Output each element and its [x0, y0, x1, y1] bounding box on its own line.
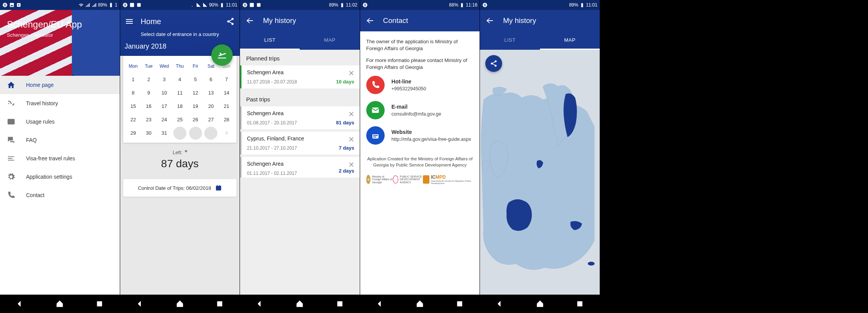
day[interactable]: 6: [203, 73, 219, 86]
day[interactable]: 21: [219, 99, 235, 113]
screen-title: My history: [263, 16, 296, 25]
control-date[interactable]: Control Date of Trips: 06/02/2018: [123, 179, 237, 197]
clock-text: 11:16: [466, 2, 477, 8]
calendar[interactable]: Mon Tue Wed Thu Fri Sat Sun 1 2 3 4 5 6 …: [123, 56, 237, 143]
day[interactable]: 5: [188, 73, 203, 86]
contact-email[interactable]: E-mail consulinfo@mfa.gov.ge: [366, 101, 474, 119]
day[interactable]: 28: [219, 113, 235, 126]
app-title: Schengen/EU App: [7, 19, 113, 30]
day[interactable]: 2: [141, 73, 157, 86]
trip-card[interactable]: Schengen Area 11.07.2018 - 20.07.2018 10…: [240, 65, 360, 88]
back-arrow-icon[interactable]: [485, 16, 494, 25]
nav-back[interactable]: [375, 298, 385, 309]
day[interactable]: 15: [126, 99, 141, 113]
day[interactable]: 4: [219, 126, 235, 140]
nav-home[interactable]: [175, 298, 185, 309]
europe-map[interactable]: [480, 50, 600, 295]
svg-text:S: S: [244, 3, 246, 7]
day[interactable]: [203, 126, 219, 140]
svg-point-40: [588, 262, 595, 266]
menu-usage-rules[interactable]: Usage rules: [0, 112, 120, 131]
skype-icon: S: [482, 2, 488, 8]
day[interactable]: 4: [172, 73, 188, 86]
nav-home[interactable]: [414, 298, 425, 309]
day[interactable]: 13: [203, 86, 219, 99]
close-icon[interactable]: [348, 69, 355, 77]
email-icon: [366, 101, 385, 119]
menu-icon[interactable]: [125, 17, 134, 26]
svg-rect-19: [219, 185, 220, 186]
svg-rect-20: [217, 302, 222, 306]
tab-list[interactable]: LIST: [480, 31, 540, 50]
close-icon[interactable]: [348, 161, 355, 168]
add-trip-fab[interactable]: [211, 44, 233, 66]
day[interactable]: 26: [188, 113, 203, 126]
trip-days: 7 days: [339, 145, 354, 151]
nav-recent[interactable]: [94, 298, 105, 309]
trip-card[interactable]: Schengen Area 01.11.2017 - 02.11.2017 2 …: [240, 157, 360, 178]
day[interactable]: 7: [219, 73, 235, 86]
day[interactable]: 22: [126, 113, 141, 126]
day[interactable]: 10: [157, 86, 172, 99]
day[interactable]: 25: [172, 113, 188, 126]
prompt-text: Select date of entrance in a country: [125, 31, 235, 37]
nav-recent[interactable]: [214, 298, 225, 309]
day[interactable]: 23: [141, 113, 157, 126]
day[interactable]: 8: [126, 86, 141, 99]
close-icon[interactable]: [348, 110, 355, 118]
day[interactable]: 12: [188, 86, 203, 99]
nav-back[interactable]: [494, 298, 505, 309]
menu-contact[interactable]: Contact: [0, 186, 120, 204]
contact-website[interactable]: Website http://mfa.gov.ge/visa-free-guid…: [366, 126, 474, 145]
share-icon[interactable]: [226, 17, 235, 26]
nav-home[interactable]: [54, 298, 65, 309]
contact-hotline[interactable]: Hot-line +995322945050: [366, 76, 474, 94]
day[interactable]: 14: [219, 86, 235, 99]
trip-title: Schengen Area: [247, 110, 354, 116]
trip-card[interactable]: Cyprus, Finland, France 21.10.2017 - 27.…: [240, 132, 360, 155]
menu-visa-free[interactable]: Visa-free travel rules: [0, 149, 120, 168]
menu-label: FAQ: [26, 137, 37, 143]
day[interactable]: 17: [157, 99, 172, 113]
day[interactable]: 31: [157, 126, 172, 140]
day[interactable]: 11: [172, 86, 188, 99]
tab-map[interactable]: MAP: [540, 31, 600, 50]
day[interactable]: 9: [141, 86, 157, 99]
day[interactable]: [172, 126, 188, 140]
trip-card[interactable]: Schengen Area 01.08.2017 - 20.10.2017 81…: [240, 106, 360, 129]
menu-home[interactable]: Home page: [0, 76, 120, 94]
back-arrow-icon[interactable]: [245, 16, 255, 25]
day[interactable]: 1: [126, 73, 141, 86]
nav-back[interactable]: [135, 298, 145, 309]
signal2-icon: [323, 2, 328, 8]
menu-faq[interactable]: FAQ: [0, 131, 120, 149]
menu-settings[interactable]: Application settings: [0, 168, 120, 186]
day[interactable]: 30: [141, 126, 157, 140]
menu-travel-history[interactable]: Travel history: [0, 94, 120, 112]
svg-text:S: S: [484, 3, 486, 7]
nav-home[interactable]: [535, 298, 545, 309]
tab-list[interactable]: LIST: [240, 31, 300, 50]
nav-recent[interactable]: [574, 298, 585, 309]
day[interactable]: 20: [203, 99, 219, 113]
nav-recent[interactable]: [454, 298, 465, 309]
day[interactable]: 16: [141, 99, 157, 113]
tab-map[interactable]: MAP: [300, 31, 359, 50]
soft-nav: [120, 295, 240, 313]
day[interactable]: 24: [157, 113, 172, 126]
day[interactable]: 3: [157, 73, 172, 86]
trip-dates: 01.11.2017 - 02.11.2017: [247, 171, 354, 176]
day[interactable]: [188, 126, 203, 140]
day[interactable]: 19: [188, 99, 203, 113]
back-arrow-icon[interactable]: [365, 16, 375, 25]
day[interactable]: 29: [126, 126, 141, 140]
day[interactable]: 27: [203, 113, 219, 126]
day[interactable]: 18: [172, 99, 188, 113]
close-icon[interactable]: [348, 135, 355, 143]
nav-back[interactable]: [15, 298, 25, 309]
nav-recent[interactable]: [334, 298, 345, 309]
email-value: consulinfo@mfa.gov.ge: [392, 111, 441, 117]
nav-back[interactable]: [255, 298, 265, 309]
nav-home[interactable]: [294, 298, 305, 309]
battery-text: 89%: [98, 2, 107, 8]
